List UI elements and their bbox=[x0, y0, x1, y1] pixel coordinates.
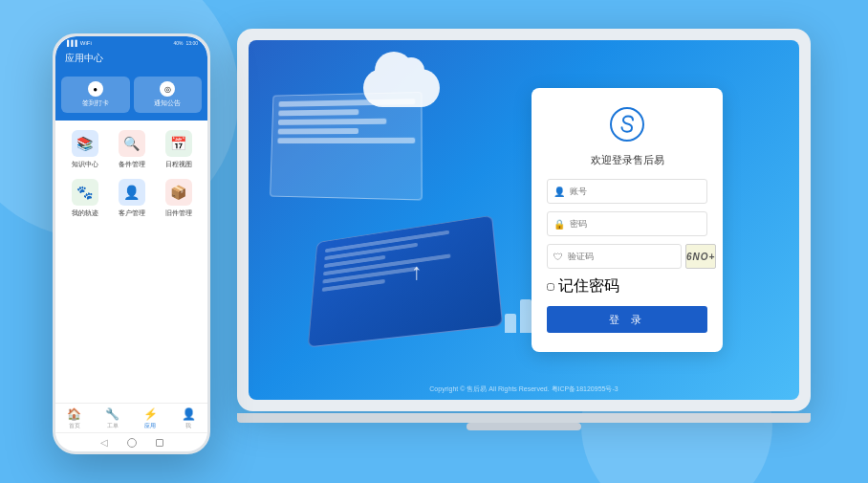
home-icon: 🏠 bbox=[67, 407, 81, 421]
username-field[interactable]: 👤 bbox=[547, 179, 707, 204]
laptop-screen: ↑ 欢迎登录售后易 👤 bbox=[249, 40, 799, 400]
app-item-customer[interactable]: 👤 客户管理 bbox=[110, 179, 153, 218]
customer-label: 客户管理 bbox=[119, 209, 145, 218]
android-nav-bar: ◁ bbox=[55, 432, 207, 451]
parts-label: 备件管理 bbox=[119, 160, 145, 169]
app-item-schedule[interactable]: 📅 日程视图 bbox=[157, 130, 200, 169]
login-panel: 欢迎登录售后易 👤 🔒 🛡 bbox=[532, 88, 723, 352]
phone-device: ▐▐▐ WiFi 40% 13:00 应用中心 ● 签到打卡 ◎ bbox=[53, 33, 210, 454]
track-icon: 🐾 bbox=[72, 179, 98, 206]
login-logo bbox=[547, 107, 707, 145]
oldparts-icon: 📦 bbox=[165, 179, 192, 206]
phone-status-bar: ▐▐▐ WiFi 40% 13:00 bbox=[55, 36, 207, 48]
laptop-screen-bezel: ↑ 欢迎登录售后易 👤 bbox=[237, 29, 811, 411]
apps-icon: ⚡ bbox=[143, 407, 158, 421]
checkin-label: 签到打卡 bbox=[82, 99, 109, 108]
laptop-device: ↑ 欢迎登录售后易 👤 bbox=[237, 29, 811, 440]
login-title: 欢迎登录售后易 bbox=[547, 153, 707, 167]
app-item-track[interactable]: 🐾 我的轨迹 bbox=[63, 179, 106, 218]
quick-btn-notice[interactable]: ◎ 通知公告 bbox=[134, 77, 203, 113]
nav-home[interactable]: 🏠 首页 bbox=[55, 407, 94, 430]
password-input[interactable] bbox=[570, 219, 701, 229]
graph-bar bbox=[520, 299, 532, 333]
phone-header: 应用中心 bbox=[55, 48, 207, 73]
wifi-icon: WiFi bbox=[80, 40, 92, 46]
captcha-image[interactable]: 6NO+ bbox=[685, 244, 716, 269]
oldparts-label: 旧件管理 bbox=[165, 209, 192, 218]
captcha-input[interactable] bbox=[568, 252, 675, 261]
laptop-base bbox=[467, 423, 581, 430]
remember-label[interactable]: 记住密码 bbox=[547, 277, 619, 294]
app-item-knowledge[interactable]: 📚 知识中心 bbox=[63, 130, 106, 169]
captcha-row: 🛡 6NO+ bbox=[547, 244, 707, 269]
home-button[interactable] bbox=[127, 438, 137, 448]
knowledge-icon: 📚 bbox=[72, 130, 98, 157]
back-button[interactable]: ◁ bbox=[100, 437, 108, 448]
notice-label: 通知公告 bbox=[154, 99, 181, 108]
nav-workorder[interactable]: 🔧 工单 bbox=[94, 407, 132, 430]
laptop-stand bbox=[237, 413, 811, 423]
quick-btn-checkin[interactable]: ● 签到打卡 bbox=[61, 77, 130, 113]
shield-icon: 🛡 bbox=[553, 252, 563, 262]
remember-row: 记住密码 bbox=[547, 276, 707, 296]
workorder-icon: 🔧 bbox=[105, 407, 119, 421]
remember-checkbox[interactable] bbox=[547, 283, 554, 291]
username-input[interactable] bbox=[570, 187, 701, 196]
status-right: 40% 13:00 bbox=[173, 40, 198, 46]
phone-quick-actions: ● 签到打卡 ◎ 通知公告 bbox=[55, 73, 207, 121]
iso-screen-element bbox=[270, 92, 423, 201]
captcha-field[interactable]: 🛡 bbox=[547, 244, 682, 269]
app-center-title: 应用中心 bbox=[65, 53, 103, 63]
login-button[interactable]: 登 录 bbox=[547, 306, 707, 333]
password-field[interactable]: 🔒 bbox=[547, 211, 707, 236]
phone-inner: ▐▐▐ WiFi 40% 13:00 应用中心 ● 签到打卡 ◎ bbox=[55, 36, 207, 451]
graph-bar bbox=[505, 314, 516, 333]
app-item-oldparts[interactable]: 📦 旧件管理 bbox=[157, 179, 200, 218]
recents-button[interactable] bbox=[156, 439, 163, 447]
app-item-parts[interactable]: 🔍 备件管理 bbox=[110, 130, 153, 169]
phone-app-grid: 📚 知识中心 🔍 备件管理 📅 日程视图 🐾 我的轨迹 👤 bbox=[55, 121, 207, 403]
track-label: 我的轨迹 bbox=[72, 209, 98, 218]
knowledge-label: 知识中心 bbox=[72, 160, 98, 169]
user-icon: 👤 bbox=[553, 187, 565, 197]
phone-bottom-nav: 🏠 首页 🔧 工单 ⚡ 应用 👤 我 bbox=[55, 403, 207, 432]
nav-profile-label: 我 bbox=[185, 422, 191, 430]
nav-home-label: 首页 bbox=[69, 422, 80, 430]
nav-profile[interactable]: 👤 我 bbox=[169, 407, 207, 430]
nav-apps-label: 应用 bbox=[144, 422, 156, 430]
main-scene: ↑ 欢迎登录售后易 👤 bbox=[0, 0, 868, 483]
notice-icon: ◎ bbox=[160, 81, 175, 97]
brand-logo-icon bbox=[610, 107, 644, 142]
schedule-label: 日程视图 bbox=[165, 160, 192, 169]
status-left: ▐▐▐ WiFi bbox=[65, 40, 92, 46]
time-display: 13:00 bbox=[185, 40, 198, 46]
iso-tablet-element bbox=[308, 215, 504, 348]
nav-apps[interactable]: ⚡ 应用 bbox=[132, 407, 170, 430]
profile-icon: 👤 bbox=[182, 407, 196, 421]
signal-icon: ▐▐▐ bbox=[65, 40, 77, 46]
checkin-icon: ● bbox=[88, 81, 103, 97]
nav-workorder-label: 工单 bbox=[107, 422, 119, 430]
copyright-text: Copyright © 售后易 All Rights Reserved. 粤IC… bbox=[249, 384, 799, 394]
schedule-icon: 📅 bbox=[165, 130, 192, 157]
lock-icon: 🔒 bbox=[553, 219, 565, 230]
arrow-up-icon: ↑ bbox=[411, 258, 423, 285]
parts-icon: 🔍 bbox=[119, 130, 145, 157]
battery-icon: 40% bbox=[173, 40, 183, 46]
customer-icon: 👤 bbox=[119, 179, 145, 206]
